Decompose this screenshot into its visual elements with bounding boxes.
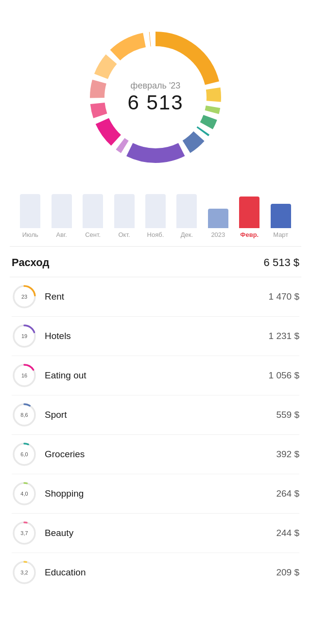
- ring-label: 16: [21, 373, 27, 378]
- bar-label: Дек.: [181, 231, 193, 238]
- category-amount: 1 231 $: [269, 331, 299, 341]
- bar-item: Окт.: [108, 189, 139, 238]
- bar-label: Нояб.: [147, 231, 164, 238]
- category-item[interactable]: 3,2Education209 $: [12, 553, 299, 592]
- ring-label: 8,6: [20, 412, 28, 418]
- ring-label: 6,0: [20, 451, 28, 457]
- category-name: Sport: [45, 410, 276, 420]
- expense-title: Расход: [12, 256, 49, 269]
- expense-header: Расход 6 513 $: [0, 247, 311, 277]
- category-ring: 16: [12, 363, 37, 388]
- ring-label: 3,7: [20, 530, 28, 536]
- ring-label: 4,0: [20, 491, 28, 497]
- category-name: Rent: [45, 291, 269, 302]
- category-amount: 209 $: [276, 567, 299, 578]
- expense-total: 6 513 $: [264, 256, 299, 269]
- donut-chart: февраль '23 6 513: [83, 24, 228, 170]
- bar-item: Нояб.: [140, 189, 171, 238]
- bar-item: Март: [265, 189, 296, 238]
- category-name: Shopping: [45, 488, 276, 499]
- category-ring: 3,7: [12, 520, 37, 546]
- category-name: Beauty: [45, 528, 276, 538]
- ring-label: 19: [21, 333, 27, 339]
- category-ring: 6,0: [12, 442, 37, 467]
- category-ring: 8,6: [12, 402, 37, 428]
- bar-item: 2023: [203, 189, 234, 238]
- category-ring: 3,2: [12, 560, 37, 585]
- category-name: Hotels: [45, 331, 269, 341]
- donut-label: февраль '23 6 513: [127, 81, 183, 114]
- category-name: Eating out: [45, 370, 269, 381]
- bar-label: Февр.: [240, 231, 259, 238]
- bar-chart-section: ИюльАвг.Сент.Окт.Нояб.Дек.2023Февр.Март: [0, 185, 311, 238]
- category-amount: 1 470 $: [269, 291, 299, 302]
- category-amount: 392 $: [276, 449, 299, 460]
- category-ring: 19: [12, 323, 37, 349]
- category-item[interactable]: 3,7Beauty244 $: [12, 514, 299, 553]
- category-ring: 23: [12, 284, 37, 309]
- bar-label: Март: [273, 231, 288, 238]
- category-item[interactable]: 16Eating out1 056 $: [12, 356, 299, 395]
- bar-label: Авг.: [56, 231, 67, 238]
- category-item[interactable]: 19Hotels1 231 $: [12, 317, 299, 356]
- donut-section: февраль '23 6 513: [0, 0, 311, 185]
- category-amount: 559 $: [276, 410, 299, 420]
- bar-label: Окт.: [118, 231, 130, 238]
- category-amount: 1 056 $: [269, 370, 299, 381]
- category-ring: 4,0: [12, 481, 37, 506]
- category-item[interactable]: 4,0Shopping264 $: [12, 474, 299, 514]
- bar-item: Сент.: [77, 189, 108, 238]
- category-list: 23Rent1 470 $19Hotels1 231 $16Eating out…: [0, 277, 311, 592]
- category-item[interactable]: 8,6Sport559 $: [12, 395, 299, 435]
- category-item[interactable]: 23Rent1 470 $: [12, 277, 299, 317]
- category-item[interactable]: 6,0Groceries392 $: [12, 435, 299, 474]
- bar-label: Июль: [22, 231, 38, 238]
- category-amount: 244 $: [276, 528, 299, 538]
- category-amount: 264 $: [276, 488, 299, 499]
- bar-item: Июль: [15, 189, 46, 238]
- ring-label: 23: [21, 294, 27, 300]
- bar-label: 2023: [211, 231, 225, 238]
- bar-item: Февр.: [234, 189, 265, 238]
- bar-chart: ИюльАвг.Сент.Окт.Нояб.Дек.2023Февр.Март: [15, 190, 296, 238]
- category-name: Groceries: [45, 449, 276, 460]
- bar-label: Сент.: [85, 231, 101, 238]
- donut-amount: 6 513: [127, 91, 183, 114]
- category-name: Education: [45, 567, 276, 578]
- bar-item: Авг.: [46, 189, 77, 238]
- donut-month: февраль '23: [127, 81, 183, 91]
- bar-item: Дек.: [171, 189, 202, 238]
- ring-label: 3,2: [20, 570, 28, 575]
